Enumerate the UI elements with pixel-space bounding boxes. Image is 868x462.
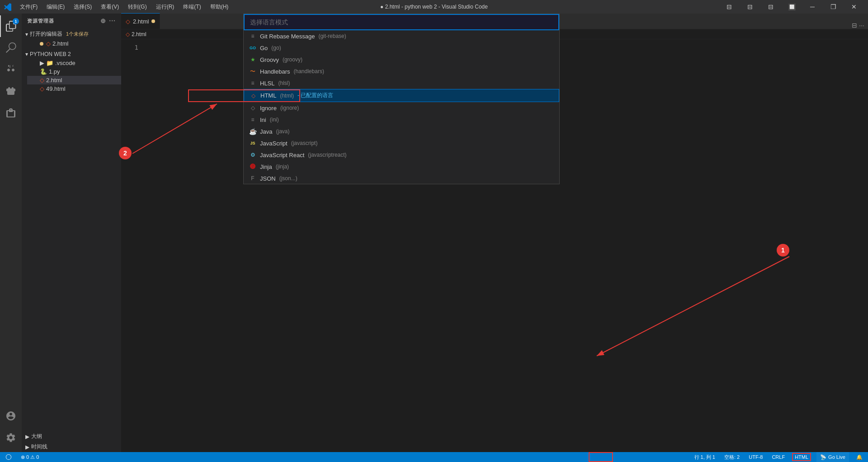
lang-id-groovy: (groovy)	[283, 56, 302, 63]
notifications-icon[interactable]: 🔔	[854, 452, 864, 462]
more-options-icon[interactable]: ···	[109, 17, 116, 24]
outline-header[interactable]: ▶ 大纲	[22, 431, 121, 442]
language-item-groovy[interactable]: ★ Groovy (groovy)	[244, 54, 559, 65]
annotation-circle-1: 1	[777, 244, 789, 257]
sidebar-item-debug[interactable]	[0, 80, 22, 102]
language-item-git-rebase[interactable]: ≡ Git Rebase Message (git-rebase)	[244, 30, 559, 42]
titlebar-menu: 文件(F) 编辑(E) 选择(S) 查看(V) 转到(G) 运行(R) 终端(T…	[15, 1, 233, 13]
layout-toggle4-icon[interactable]: 🔲	[781, 0, 802, 14]
unsaved-badge: 1个未保存	[66, 31, 89, 37]
sidebar-item-settings[interactable]	[0, 427, 22, 448]
sidebar-item-search[interactable]	[0, 37, 22, 59]
language-item-java[interactable]: ☕ Java (java)	[244, 126, 559, 137]
tab-filename: 2.html	[133, 18, 149, 25]
split-editor-icon[interactable]: ⊟	[852, 22, 857, 29]
language-item-hlsl[interactable]: ≡ HLSL (hlsl)	[244, 77, 559, 89]
window-title: ● 2.html - python web 2 - Visual Studio …	[380, 4, 488, 10]
lang-id-json: (json...)	[279, 175, 297, 182]
file-py[interactable]: 🐍 1.py	[27, 67, 121, 76]
timeline-header[interactable]: ▶ 时间线	[22, 442, 121, 452]
language-item-handlebars[interactable]: 〜 Handlebars (handlebars)	[244, 65, 559, 77]
line-ending-text: CRLF	[772, 454, 785, 460]
errors-indicator[interactable]: ⊗ 0 ⚠ 0	[19, 452, 41, 462]
language-item-html[interactable]: ◇ HTML (html) - 已配置的语言	[244, 89, 559, 102]
language-item-go[interactable]: GO Go (go)	[244, 42, 559, 54]
menu-goto[interactable]: 转到(G)	[123, 1, 151, 13]
open-editors-header[interactable]: ▾ 打开的编辑器 1个未保存	[22, 29, 121, 39]
main-layout: 1	[0, 14, 868, 452]
explorer-badge: 1	[13, 18, 19, 24]
project-name: PYTHON WEB 2	[30, 51, 71, 57]
lang-name-go: Go	[260, 45, 268, 51]
project-files: ▶ 📁 .vscode 🐍 1.py ◇ 2.html ◇ 49.html	[22, 59, 121, 93]
minimize-button[interactable]: ─	[802, 0, 823, 14]
folder-icon: 📁	[46, 60, 53, 66]
maximize-button[interactable]: ❐	[823, 0, 844, 14]
lang-id-git-rebase: (git-rebase)	[318, 33, 346, 39]
sidebar: 资源管理器 ⊕ ··· ▾ 打开的编辑器 1个未保存 ◇ 2.html	[22, 14, 121, 452]
layout-toggle2-icon[interactable]: ⊟	[740, 0, 760, 14]
language-search-input[interactable]	[244, 14, 559, 30]
more-tab-options-icon[interactable]: ···	[859, 22, 864, 29]
close-button[interactable]: ✕	[844, 0, 864, 14]
status-right: 行 1, 列 1 空格: 2 UTF-8 CRLF HTML 📡 Go Live…	[693, 452, 864, 462]
lang-id-go: (go)	[271, 45, 281, 51]
language-list: ≡ Git Rebase Message (git-rebase) GO Go …	[244, 30, 559, 184]
language-item-javascript[interactable]: JS JavaScript (javascript)	[244, 137, 559, 149]
line-col-indicator[interactable]: 行 1, 列 1	[693, 452, 717, 462]
html-icon: ◇	[40, 77, 44, 84]
menu-file[interactable]: 文件(F)	[15, 1, 42, 13]
status-bar: ⊗ 0 ⚠ 0 行 1, 列 1 空格: 2 UTF-8 CRLF HTML 📡…	[0, 452, 868, 462]
remote-indicator[interactable]	[4, 452, 14, 462]
titlebar-controls: ⊟ ⊟ ⊟ 🔲 ─ ❐ ✕	[719, 0, 864, 14]
activity-bar: 1	[0, 14, 22, 452]
language-item-jsx[interactable]: ⚙ JavaScript React (javascriptreact)	[244, 149, 559, 161]
lang-name-groovy: Groovy	[260, 56, 279, 63]
file-html-active[interactable]: ◇ 2.html	[27, 76, 121, 84]
language-item-ignore[interactable]: ◇ Ignore (ignore)	[244, 102, 559, 114]
layout-toggle-icon[interactable]: ⊟	[719, 0, 740, 14]
menu-selection[interactable]: 选择(S)	[69, 1, 96, 13]
menu-view[interactable]: 查看(V)	[96, 1, 123, 13]
line-numbers: 1	[121, 44, 144, 51]
timeline-label: 时间线	[31, 443, 47, 451]
lang-badge-html: - 已配置的语言	[297, 92, 333, 99]
py-filename: 1.py	[49, 68, 60, 75]
language-item-ini[interactable]: ≡ Ini (ini)	[244, 114, 559, 126]
chevron-right-icon2: ▶	[25, 434, 29, 440]
folder-name: .vscode	[55, 60, 75, 66]
menu-help[interactable]: 帮助(H)	[206, 1, 233, 13]
encoding-indicator[interactable]: UTF-8	[747, 452, 764, 462]
menu-edit[interactable]: 编辑(E)	[42, 1, 69, 13]
file-html2[interactable]: ◇ 49.html	[27, 84, 121, 93]
menu-terminal[interactable]: 终端(T)	[179, 1, 205, 13]
lang-name-html: HTML	[260, 92, 276, 99]
sidebar-item-account[interactable]	[0, 405, 22, 427]
sidebar-item-explorer[interactable]: 1	[0, 15, 22, 37]
spaces-indicator[interactable]: 空格: 2	[722, 452, 741, 462]
tab-2html[interactable]: ◇ 2.html	[121, 13, 160, 29]
lang-id-handlebars: (handlebars)	[294, 68, 324, 75]
line-text: 行 1,	[694, 454, 705, 461]
lang-name-jsx: JavaScript React	[260, 152, 304, 159]
sidebar-item-scm[interactable]	[0, 59, 22, 80]
language-item-json[interactable]: F JSON (json...)	[244, 173, 559, 184]
new-file-icon[interactable]: ⊕	[100, 17, 106, 24]
menu-run[interactable]: 运行(R)	[151, 1, 179, 13]
folder-vscode[interactable]: ▶ 📁 .vscode	[27, 59, 121, 67]
language-mode-indicator[interactable]: HTML	[792, 453, 811, 461]
sidebar-item-extensions[interactable]	[0, 102, 22, 124]
java-icon: ☕	[249, 128, 256, 135]
language-item-jinja[interactable]: 🅙 Jinja (jinja)	[244, 161, 559, 173]
go-live-button[interactable]: 📡 Go Live	[816, 452, 849, 462]
project-header[interactable]: ▾ PYTHON WEB 2	[22, 50, 121, 59]
editor-area: ◇ 2.html ⊟ ··· ◇ 2.html 1	[121, 14, 868, 452]
javascript-icon: JS	[249, 140, 256, 147]
title-bar: 文件(F) 编辑(E) 选择(S) 查看(V) 转到(G) 运行(R) 终端(T…	[0, 0, 868, 14]
layout-toggle3-icon[interactable]: ⊟	[760, 0, 781, 14]
html-tab-icon: ◇	[126, 18, 130, 25]
line-ending-indicator[interactable]: CRLF	[770, 452, 787, 462]
go-live-text: Go Live	[828, 454, 845, 460]
open-editor-file[interactable]: ◇ 2.html	[27, 39, 121, 48]
vscode-logo	[4, 3, 12, 11]
